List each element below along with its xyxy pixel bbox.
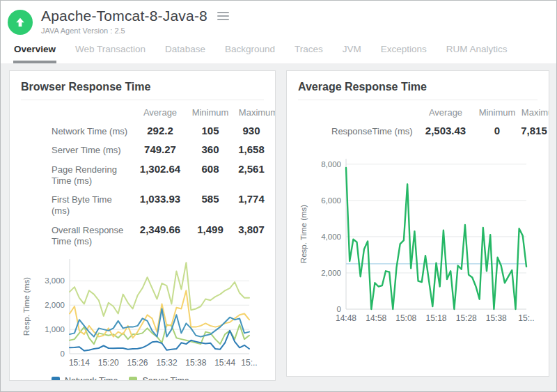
column-header-maximum: Maximum xyxy=(233,104,276,125)
row-max: 3,807 xyxy=(233,224,276,254)
row-min: 585 xyxy=(188,193,233,224)
row-avg: 292.2 xyxy=(132,125,188,143)
tab-rum-analytics[interactable]: RUM Analytics xyxy=(446,44,508,63)
svg-text:15:38: 15:38 xyxy=(486,313,507,323)
row-max: 930 xyxy=(233,125,276,143)
legend-item-server-time[interactable]: Server Time xyxy=(129,376,189,381)
row-label: Server Time (ms) xyxy=(21,143,132,162)
avg-response-chart[interactable]: 02,0004,0006,0008,00014:4814:5815:0815:1… xyxy=(298,153,538,327)
browser-response-chart[interactable]: 01,0002,0003,00015:1415:2015:2615:3215:3… xyxy=(21,255,264,372)
column-header-average: Average xyxy=(132,104,188,125)
row-avg: 749.27 xyxy=(132,143,188,162)
legend-swatch xyxy=(52,377,60,381)
column-header-maximum: Maximum xyxy=(518,104,549,125)
svg-text:Resp. Time (ms): Resp. Time (ms) xyxy=(22,277,31,336)
row-min: 360 xyxy=(188,143,233,162)
row-max: 2,561 xyxy=(233,163,276,194)
svg-text:14:58: 14:58 xyxy=(366,313,386,323)
row-min: 608 xyxy=(188,163,233,194)
svg-text:4,000: 4,000 xyxy=(321,233,341,241)
app-window: Apache-Tomcat-8-Java-8 JAVA Agent Versio… xyxy=(0,0,557,392)
row-max: 7,815 xyxy=(518,125,549,143)
divider xyxy=(21,100,264,100)
page-title: Apache-Tomcat-8-Java-8 xyxy=(41,8,207,24)
avg-response-metrics-table: Average Minimum Maximum ResponseTime (ms… xyxy=(298,104,538,143)
tab-exceptions[interactable]: Exceptions xyxy=(380,44,427,63)
svg-text:8,000: 8,000 xyxy=(321,160,341,168)
menu-icon[interactable] xyxy=(217,10,229,22)
tab-bar: Overview Web Transaction Database Backgr… xyxy=(1,35,556,63)
row-min: 105 xyxy=(188,125,233,143)
browser-response-time-panel: Browser Response Time Average Minimum Ma… xyxy=(9,70,276,381)
tab-background[interactable]: Background xyxy=(224,44,276,63)
legend-item-network-time[interactable]: Network Time xyxy=(52,376,118,381)
row-label: First Byte Time (ms) xyxy=(21,193,132,224)
column-header-average: Average xyxy=(415,104,476,125)
svg-text:15:38: 15:38 xyxy=(185,358,206,368)
row-label: ResponseTime (ms) xyxy=(298,125,415,143)
column-header-minimum: Minimum xyxy=(476,104,518,125)
row-avg: 2,349.66 xyxy=(132,224,188,254)
column-header-minimum: Minimum xyxy=(188,104,233,125)
agent-version-label: JAVA Agent Version : 2.5 xyxy=(41,26,229,35)
svg-text:15:44: 15:44 xyxy=(214,358,235,368)
app-header: Apache-Tomcat-8-Java-8 JAVA Agent Versio… xyxy=(1,1,556,35)
divider xyxy=(298,100,538,100)
svg-text:3,000: 3,000 xyxy=(45,276,65,285)
arrow-up-icon xyxy=(14,16,26,29)
row-min: 1,499 xyxy=(188,224,233,254)
svg-text:Resp. Time (ms): Resp. Time (ms) xyxy=(299,205,308,264)
svg-text:15:18: 15:18 xyxy=(425,313,446,323)
row-label: Page Rendering Time (ms) xyxy=(21,163,132,194)
browser-metrics-table: Average Minimum Maximum Network Time (ms… xyxy=(21,104,264,253)
svg-text:15:14: 15:14 xyxy=(69,358,90,368)
tab-traces[interactable]: Traces xyxy=(294,44,324,63)
row-avg: 1,302.64 xyxy=(132,163,188,194)
chart-legend: Network Time Server Time Page Rendering … xyxy=(52,376,264,381)
average-response-time-panel: Average Response Time Average Minimum Ma… xyxy=(286,70,549,377)
panel-title: Browser Response Time xyxy=(21,81,264,93)
row-label: Network Time (ms) xyxy=(21,125,132,143)
svg-text:1,000: 1,000 xyxy=(45,325,65,334)
tab-overview[interactable]: Overview xyxy=(13,44,56,63)
svg-text:15:..: 15:.. xyxy=(241,358,257,368)
svg-text:15:20: 15:20 xyxy=(98,358,119,368)
row-max: 1,774 xyxy=(233,193,276,224)
tab-jvm[interactable]: JVM xyxy=(342,44,362,63)
svg-text:14:48: 14:48 xyxy=(336,313,356,323)
row-label: Overall Response Time (ms) xyxy=(21,224,132,254)
svg-text:2,000: 2,000 xyxy=(321,269,341,277)
tab-database[interactable]: Database xyxy=(164,44,206,63)
row-min: 0 xyxy=(476,125,518,143)
tab-web-transaction[interactable]: Web Transaction xyxy=(74,44,146,63)
svg-text:6,000: 6,000 xyxy=(321,196,341,205)
svg-text:15:28: 15:28 xyxy=(456,313,477,323)
health-status-icon xyxy=(8,10,33,35)
svg-text:2,000: 2,000 xyxy=(45,301,65,309)
svg-text:15:26: 15:26 xyxy=(127,358,148,368)
legend-swatch xyxy=(129,377,137,381)
row-avg: 2,503.43 xyxy=(415,125,476,143)
svg-text:0: 0 xyxy=(337,305,341,313)
panel-title: Average Response Time xyxy=(298,81,538,93)
svg-text:0: 0 xyxy=(61,350,65,358)
svg-text:15:..: 15:.. xyxy=(518,313,534,323)
svg-text:15:08: 15:08 xyxy=(395,313,416,323)
svg-text:15:32: 15:32 xyxy=(157,358,178,368)
row-max: 1,658 xyxy=(233,143,276,162)
row-avg: 1,033.93 xyxy=(132,193,188,224)
